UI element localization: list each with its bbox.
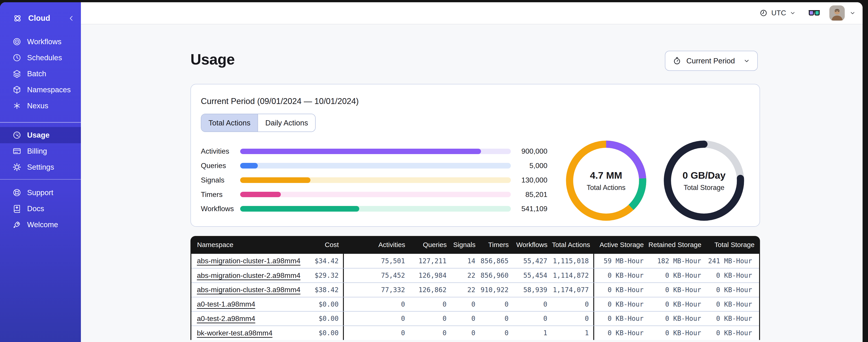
sidebar-item-namespaces[interactable]: Namespaces: [0, 82, 81, 98]
bar-row-activities: Activities900,000: [201, 144, 548, 159]
cell-workflows: 55,454: [513, 269, 552, 282]
bar-label: Signals: [201, 176, 240, 184]
sidebar-item-welcome[interactable]: Welcome: [0, 216, 81, 233]
feedback-glasses-button[interactable]: [808, 9, 820, 17]
table-row: abs-migration-cluster-3.a98mm4$38.4277,3…: [191, 282, 759, 297]
sidebar-item-support[interactable]: Support: [0, 184, 81, 201]
actions-tab-group: Total Actions Daily Actions: [201, 114, 316, 132]
donut-ring: [663, 140, 744, 221]
sidebar-item-label: Batch: [27, 69, 46, 78]
chevron-down-icon: [789, 10, 796, 16]
sidebar-item-billing[interactable]: Billing: [0, 143, 81, 159]
cell-activities: 0: [343, 326, 409, 340]
sidebar-item-usage[interactable]: Usage: [0, 127, 81, 143]
cell-retained-storage: 0 KB-Hour: [648, 283, 706, 297]
cell-retained-storage: 0 KB-Hour: [648, 297, 706, 311]
cell-activities: 75,452: [343, 269, 409, 282]
namespace-link[interactable]: a0-test-1.a98mm4: [197, 300, 255, 308]
cell-signals: 0: [451, 326, 479, 340]
namespaces-cube-icon: [12, 85, 22, 95]
cell-signals: 0: [451, 297, 479, 311]
bar-label: Timers: [201, 191, 240, 199]
period-selector-button[interactable]: Current Period: [665, 51, 758, 71]
cell-workflows: 0: [513, 297, 552, 311]
cell-total-storage: 0 KB-Hour: [706, 297, 758, 311]
docs-book-icon: [12, 204, 22, 213]
billing-card-icon: [12, 146, 22, 156]
table-row: abs-migration-cluster-1.a98mm4$34.4275,5…: [191, 254, 759, 268]
namespace-link[interactable]: abs-migration-cluster-1.a98mm4: [197, 257, 300, 265]
sidebar-item-nexus[interactable]: Nexus: [0, 98, 81, 114]
cell-queries: 0: [409, 312, 451, 326]
cell-namespace: abs-migration-cluster-3.a98mm4: [191, 283, 302, 297]
cell-active-storage: 59 MB-Hour: [593, 254, 648, 268]
column-header-total-storage: Total Storage: [706, 241, 759, 249]
cell-timers: 0: [479, 312, 513, 326]
stopwatch-icon: [673, 57, 681, 65]
namespace-link[interactable]: a0-test-2.a98mm4: [197, 314, 255, 323]
nexus-asterisk-icon: [12, 101, 22, 110]
column-header-retained-storage: Retained Storage: [648, 241, 706, 249]
bar-value: 900,000: [511, 147, 548, 156]
bar-value: 5,000: [511, 162, 548, 170]
sidebar-item-workflows[interactable]: Workflows: [0, 34, 81, 49]
schedules-icon: [12, 53, 22, 63]
cell-timers: 856,960: [479, 269, 513, 282]
bar-row-workflows: Workflows541,109: [201, 202, 548, 216]
cell-workflows: 1: [513, 326, 552, 340]
support-lifering-icon: [12, 188, 22, 197]
cell-active-storage: 0 KB-Hour: [593, 297, 648, 311]
sidebar-item-label: Schedules: [27, 54, 62, 62]
table-row: abs-migration-cluster-2.a98mm4$29.3275,4…: [191, 268, 759, 282]
account-menu-button[interactable]: [829, 5, 856, 21]
bar-value: 85,201: [511, 191, 548, 199]
timezone-label: UTC: [771, 9, 786, 17]
cell-retained-storage: 182 MB-Hour: [648, 254, 706, 268]
cell-activities: 0: [343, 312, 409, 326]
cell-active-storage: 0 KB-Hour: [593, 312, 648, 326]
bar-label: Workflows: [201, 205, 240, 213]
column-header-activities: Activities: [343, 241, 410, 249]
cell-total-actions: 1,114,872: [552, 269, 593, 282]
table-body: abs-migration-cluster-1.a98mm4$34.4275,5…: [190, 254, 760, 340]
cell-total-storage: 0 KB-Hour: [706, 312, 758, 326]
namespace-link[interactable]: bk-worker-test.a98mm4: [197, 329, 272, 337]
cell-cost: $34.42: [302, 254, 343, 268]
bar-value: 541,109: [511, 205, 548, 213]
bar-track: [240, 177, 511, 183]
table-row: a0-test-1.a98mm4$0.000000000 KB-Hour0 KB…: [191, 297, 759, 311]
sidebar-item-settings[interactable]: Settings: [0, 159, 81, 175]
namespace-link[interactable]: abs-migration-cluster-2.a98mm4: [197, 271, 300, 280]
cell-active-storage: 0 KB-Hour: [593, 326, 648, 340]
usage-summary-card: Current Period (09/01/2024 — 10/01/2024)…: [190, 84, 760, 227]
sidebar-item-docs[interactable]: Docs: [0, 201, 81, 216]
bar-fill: [240, 206, 359, 212]
cell-queries: 126,862: [409, 283, 451, 297]
cell-timers: 910,922: [479, 283, 513, 297]
cell-total-storage: 0 KB-Hour: [706, 326, 758, 340]
cell-retained-storage: 0 KB-Hour: [648, 326, 706, 340]
tab-total-actions[interactable]: Total Actions: [201, 114, 257, 132]
bar-value: 130,000: [511, 176, 548, 184]
sidebar-item-schedules[interactable]: Schedules: [0, 49, 81, 66]
cell-cost: $0.00: [302, 312, 343, 326]
cell-namespace: abs-migration-cluster-2.a98mm4: [191, 269, 302, 282]
column-header-queries: Queries: [410, 241, 451, 249]
sidebar-item-batch[interactable]: Batch: [0, 66, 81, 82]
cell-cost: $0.00: [302, 326, 343, 340]
cell-namespace: bk-worker-test.a98mm4: [191, 326, 302, 340]
cell-retained-storage: 0 KB-Hour: [648, 269, 706, 282]
donut-ring: [566, 140, 647, 221]
bar-track: [240, 206, 511, 212]
namespace-link[interactable]: abs-migration-cluster-3.a98mm4: [197, 285, 300, 294]
sidebar-item-label: Support: [27, 189, 53, 197]
cell-signals: 22: [451, 269, 479, 282]
cell-total-actions: 0: [552, 312, 593, 326]
cell-activities: 75,501: [343, 254, 409, 268]
collapse-sidebar-button[interactable]: [67, 14, 75, 22]
cell-queries: 0: [409, 297, 451, 311]
tab-daily-actions[interactable]: Daily Actions: [257, 114, 315, 132]
sidebar-brand-row[interactable]: Cloud: [0, 10, 81, 27]
timezone-selector[interactable]: UTC: [756, 8, 799, 18]
cell-timers: 856,865: [479, 254, 513, 268]
